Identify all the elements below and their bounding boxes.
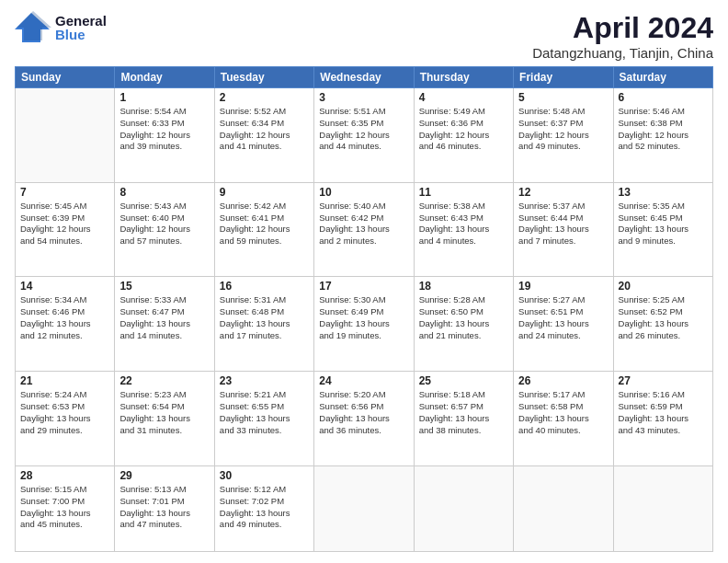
day-number: 9 (220, 186, 309, 199)
logo: General Blue (15, 11, 107, 44)
table-row (16, 88, 115, 183)
table-row: 29Sunrise: 5:13 AMSunset: 7:01 PMDayligh… (115, 465, 214, 551)
table-row: 17Sunrise: 5:30 AMSunset: 6:49 PMDayligh… (314, 277, 414, 372)
day-info: Sunrise: 5:33 AMSunset: 6:47 PMDaylight:… (119, 294, 209, 341)
header-saturday: Saturday (613, 67, 712, 88)
title-block: April 2024 Datangzhuang, Tianjin, China (532, 11, 713, 61)
day-number: 21 (20, 374, 109, 387)
day-info: Sunrise: 5:20 AMSunset: 6:56 PMDaylight:… (319, 389, 408, 436)
logo-blue-text: Blue (55, 28, 107, 41)
day-number: 6 (619, 91, 708, 104)
header-sunday: Sunday (16, 67, 115, 88)
day-number: 27 (619, 374, 708, 387)
day-number: 25 (419, 374, 508, 387)
header-wednesday: Wednesday (314, 67, 414, 88)
day-number: 8 (119, 186, 209, 199)
table-row: 28Sunrise: 5:15 AMSunset: 7:00 PMDayligh… (16, 465, 115, 551)
day-number: 10 (319, 186, 408, 199)
day-number: 1 (119, 91, 209, 104)
page-subtitle: Datangzhuang, Tianjin, China (532, 45, 713, 61)
day-number: 11 (419, 186, 508, 199)
day-info: Sunrise: 5:38 AMSunset: 6:43 PMDaylight:… (419, 201, 508, 247)
header-friday: Friday (514, 67, 613, 88)
day-number: 15 (119, 280, 209, 293)
day-info: Sunrise: 5:48 AMSunset: 6:37 PMDaylight:… (518, 106, 608, 153)
page-title: April 2024 (532, 11, 713, 45)
table-row: 9Sunrise: 5:42 AMSunset: 6:41 PMDaylight… (214, 182, 313, 277)
table-row: 8Sunrise: 5:43 AMSunset: 6:40 PMDaylight… (115, 182, 214, 277)
day-number: 13 (619, 186, 708, 199)
logo-general-text: General (55, 14, 107, 28)
day-info: Sunrise: 5:30 AMSunset: 6:49 PMDaylight:… (319, 294, 408, 341)
table-row: 10Sunrise: 5:40 AMSunset: 6:42 PMDayligh… (314, 182, 414, 277)
table-row: 2Sunrise: 5:52 AMSunset: 6:34 PMDaylight… (214, 88, 313, 183)
table-row (514, 465, 613, 551)
table-row (314, 465, 414, 551)
table-row: 26Sunrise: 5:17 AMSunset: 6:58 PMDayligh… (514, 372, 613, 466)
day-number: 3 (319, 91, 408, 104)
table-row: 4Sunrise: 5:49 AMSunset: 6:36 PMDaylight… (414, 88, 513, 183)
day-number: 19 (518, 280, 608, 293)
day-number: 30 (220, 469, 309, 482)
logo-icon (15, 11, 51, 44)
table-row: 30Sunrise: 5:12 AMSunset: 7:02 PMDayligh… (214, 465, 313, 551)
table-row: 5Sunrise: 5:48 AMSunset: 6:37 PMDaylight… (514, 88, 613, 183)
day-info: Sunrise: 5:12 AMSunset: 7:02 PMDaylight:… (220, 484, 309, 531)
day-info: Sunrise: 5:45 AMSunset: 6:39 PMDaylight:… (20, 201, 109, 247)
table-row: 3Sunrise: 5:51 AMSunset: 6:35 PMDaylight… (314, 88, 414, 183)
table-row: 15Sunrise: 5:33 AMSunset: 6:47 PMDayligh… (115, 277, 214, 372)
day-number: 14 (20, 280, 109, 293)
logo-words: General Blue (55, 14, 107, 41)
day-info: Sunrise: 5:34 AMSunset: 6:46 PMDaylight:… (20, 294, 109, 341)
day-info: Sunrise: 5:21 AMSunset: 6:55 PMDaylight:… (220, 389, 309, 436)
day-info: Sunrise: 5:25 AMSunset: 6:52 PMDaylight:… (619, 294, 708, 341)
day-number: 22 (119, 374, 209, 387)
day-info: Sunrise: 5:24 AMSunset: 6:53 PMDaylight:… (20, 389, 109, 436)
day-number: 16 (220, 280, 309, 293)
header: General Blue April 2024 Datangzhuang, Ti… (15, 11, 713, 61)
day-info: Sunrise: 5:27 AMSunset: 6:51 PMDaylight:… (518, 294, 608, 341)
day-number: 5 (518, 91, 608, 104)
day-number: 12 (518, 186, 608, 199)
table-row: 27Sunrise: 5:16 AMSunset: 6:59 PMDayligh… (613, 372, 712, 466)
header-tuesday: Tuesday (214, 67, 313, 88)
table-row: 18Sunrise: 5:28 AMSunset: 6:50 PMDayligh… (414, 277, 513, 372)
day-info: Sunrise: 5:23 AMSunset: 6:54 PMDaylight:… (119, 389, 209, 436)
day-info: Sunrise: 5:54 AMSunset: 6:33 PMDaylight:… (119, 106, 209, 153)
day-number: 23 (220, 374, 309, 387)
weekday-header-row: Sunday Monday Tuesday Wednesday Thursday… (16, 67, 713, 88)
table-row: 13Sunrise: 5:35 AMSunset: 6:45 PMDayligh… (613, 182, 712, 277)
day-info: Sunrise: 5:49 AMSunset: 6:36 PMDaylight:… (419, 106, 508, 153)
svg-marker-1 (17, 11, 51, 40)
table-row: 14Sunrise: 5:34 AMSunset: 6:46 PMDayligh… (16, 277, 115, 372)
day-info: Sunrise: 5:13 AMSunset: 7:01 PMDaylight:… (119, 484, 209, 531)
day-info: Sunrise: 5:40 AMSunset: 6:42 PMDaylight:… (319, 201, 408, 247)
day-number: 24 (319, 374, 408, 387)
header-thursday: Thursday (414, 67, 513, 88)
day-info: Sunrise: 5:51 AMSunset: 6:35 PMDaylight:… (319, 106, 408, 153)
table-row: 25Sunrise: 5:18 AMSunset: 6:57 PMDayligh… (414, 372, 513, 466)
table-row (613, 465, 712, 551)
day-info: Sunrise: 5:52 AMSunset: 6:34 PMDaylight:… (220, 106, 309, 153)
calendar: Sunday Monday Tuesday Wednesday Thursday… (15, 66, 713, 552)
day-number: 29 (119, 469, 209, 482)
day-info: Sunrise: 5:18 AMSunset: 6:57 PMDaylight:… (419, 389, 508, 436)
day-info: Sunrise: 5:16 AMSunset: 6:59 PMDaylight:… (619, 389, 708, 436)
table-row: 16Sunrise: 5:31 AMSunset: 6:48 PMDayligh… (214, 277, 313, 372)
table-row: 7Sunrise: 5:45 AMSunset: 6:39 PMDaylight… (16, 182, 115, 277)
page: General Blue April 2024 Datangzhuang, Ti… (0, 0, 728, 563)
day-info: Sunrise: 5:37 AMSunset: 6:44 PMDaylight:… (518, 201, 608, 247)
table-row: 1Sunrise: 5:54 AMSunset: 6:33 PMDaylight… (115, 88, 214, 183)
table-row: 23Sunrise: 5:21 AMSunset: 6:55 PMDayligh… (214, 372, 313, 466)
day-number: 7 (20, 186, 109, 199)
table-row (414, 465, 513, 551)
day-number: 18 (419, 280, 508, 293)
table-row: 24Sunrise: 5:20 AMSunset: 6:56 PMDayligh… (314, 372, 414, 466)
day-info: Sunrise: 5:42 AMSunset: 6:41 PMDaylight:… (220, 201, 309, 247)
day-info: Sunrise: 5:28 AMSunset: 6:50 PMDaylight:… (419, 294, 508, 341)
table-row: 12Sunrise: 5:37 AMSunset: 6:44 PMDayligh… (514, 182, 613, 277)
day-info: Sunrise: 5:17 AMSunset: 6:58 PMDaylight:… (518, 389, 608, 436)
table-row: 6Sunrise: 5:46 AMSunset: 6:38 PMDaylight… (613, 88, 712, 183)
day-info: Sunrise: 5:46 AMSunset: 6:38 PMDaylight:… (619, 106, 708, 153)
header-monday: Monday (115, 67, 214, 88)
